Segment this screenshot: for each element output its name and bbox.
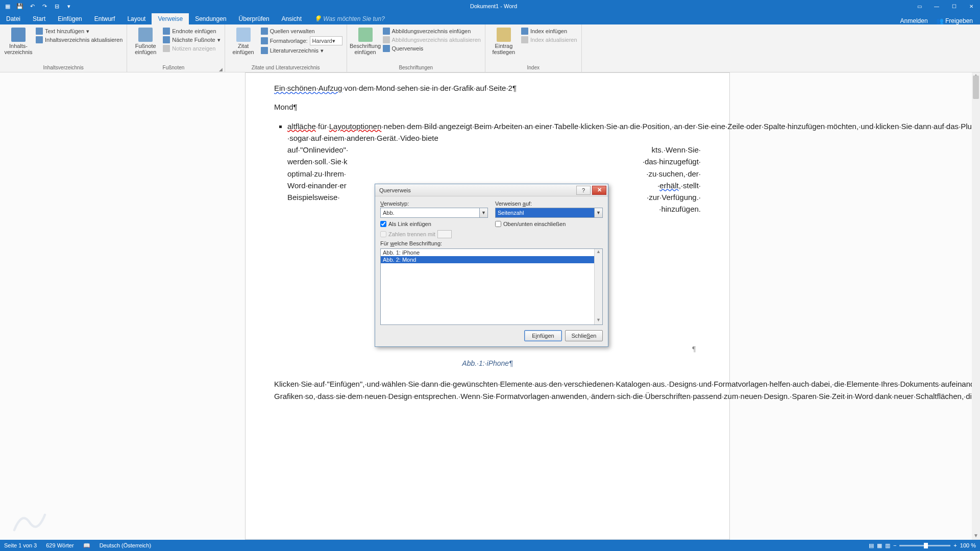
status-proofing-icon[interactable]: 📖 — [83, 542, 90, 549]
ref-to-select[interactable]: Seitenzahl ▼ — [495, 208, 603, 218]
doc-text: optimal·zu·Ihrem· — [287, 168, 346, 180]
zoom-slider[interactable] — [899, 545, 950, 546]
mark-entry-button[interactable]: Eintrag festlegen — [489, 28, 518, 55]
group-captions: Beschriftungen — [351, 64, 481, 72]
doc-text: ·hinzufügen. — [659, 205, 701, 213]
doc-text: auf·"Onlinevideo"· — [287, 144, 348, 156]
manage-sources-button[interactable]: Quellen verwalten — [261, 28, 342, 35]
insert-citation-button[interactable]: Zitat einfügen — [229, 28, 258, 55]
vertical-scrollbar[interactable]: ▲ ▼ — [972, 72, 980, 540]
scroll-thumb[interactable] — [973, 76, 979, 99]
share-label: Freigeben — [945, 17, 973, 24]
zoom-level[interactable]: 100 % — [960, 542, 976, 548]
ref-to-value: Seitenzahl — [498, 210, 524, 216]
footnote-button[interactable]: Fußnote einfügen — [131, 28, 160, 55]
zoom-in-button[interactable]: + — [953, 542, 957, 548]
insert-index-button[interactable]: Index einfügen — [521, 28, 577, 35]
scroll-down-icon[interactable]: ▼ — [972, 533, 980, 540]
close-button[interactable]: Schließen — [565, 330, 603, 341]
share-button[interactable]: 👥 Freigeben — [936, 17, 973, 24]
caption-list[interactable]: Abb. 1: iPhone Abb. 2: Mond ▲ ▼ — [380, 248, 603, 325]
dialog-close-button[interactable]: ✕ — [592, 186, 606, 195]
separate-numbers-input — [380, 231, 386, 237]
zoom-out-button[interactable]: − — [893, 542, 896, 548]
tab-datei[interactable]: Datei — [0, 13, 27, 24]
list-scrollbar[interactable]: ▲ ▼ — [594, 249, 602, 324]
tab-ansicht[interactable]: Ansicht — [276, 13, 308, 24]
toc-button[interactable]: Inhalts- verzeichnis — [4, 28, 33, 55]
scroll-up-icon[interactable]: ▲ — [595, 249, 602, 256]
insert-figures-button[interactable]: Abbildungsverzeichnis einfügen — [383, 28, 481, 35]
group-citations: Zitate und Literaturverzeichnis — [229, 64, 342, 72]
ribbon-options-icon[interactable]: ▭ — [911, 0, 928, 12]
cross-reference-button[interactable]: Querverweis — [383, 45, 481, 52]
doc-paragraph: Klicken·Sie·auf·"Einfügen",·und·wählen·S… — [274, 378, 701, 402]
caption-label: Beschriftung einfügen — [350, 43, 381, 55]
tab-verweise[interactable]: Verweise — [152, 13, 189, 24]
update-figures-label: Abbildungsverzeichnis aktualisieren — [392, 37, 481, 43]
mark-entry-label: Eintrag festlegen — [493, 43, 516, 55]
list-item[interactable]: Abb. 2: Mond — [381, 256, 602, 263]
doc-heading: Mond¶ — [274, 103, 298, 111]
show-notes-button: Notizen anzeigen — [163, 45, 220, 52]
as-link-input[interactable] — [380, 221, 386, 227]
tab-einfuegen[interactable]: Einfügen — [52, 13, 88, 24]
figure-caption: Abb.·1:·iPhone¶ — [274, 358, 701, 369]
zoom-handle[interactable] — [924, 543, 928, 548]
read-mode-icon[interactable]: ▤ — [869, 542, 874, 549]
tab-start[interactable]: Start — [27, 13, 52, 24]
status-language[interactable]: Deutsch (Österreich) — [100, 542, 151, 548]
cross-reference-label: Querverweis — [392, 45, 424, 52]
insert-button[interactable]: Einfügen — [524, 330, 562, 341]
tab-sendungen[interactable]: Sendungen — [189, 13, 232, 24]
sign-in-link[interactable]: Anmelden — [900, 17, 928, 24]
status-words[interactable]: 629 Wörter — [46, 542, 74, 548]
insert-caption-button[interactable]: Beschriftung einfügen — [351, 28, 380, 55]
qat-more-icon[interactable]: ▾ — [64, 2, 74, 11]
add-text-button[interactable]: Text hinzufügen ▾ — [36, 28, 122, 35]
group-index: Index — [489, 64, 577, 72]
save-icon[interactable]: 💾 — [15, 2, 24, 11]
footnote-icon — [138, 28, 153, 42]
print-layout-icon[interactable]: ▦ — [877, 542, 882, 549]
tab-ueberpruefen[interactable]: Überprüfen — [233, 13, 276, 24]
maximize-icon[interactable]: ☐ — [945, 0, 963, 12]
bibliography-button[interactable]: Literaturverzeichnis ▾ — [261, 47, 342, 54]
above-below-checkbox[interactable]: Oben/unten einschließen — [495, 221, 603, 227]
web-layout-icon[interactable]: ▥ — [885, 542, 890, 549]
window-title: Dokument1 - Word — [77, 3, 911, 9]
scroll-down-icon[interactable]: ▼ — [595, 317, 602, 324]
redo-icon[interactable]: ↷ — [40, 2, 49, 11]
tell-me-search[interactable]: 💡 Was möchten Sie tun? — [308, 13, 391, 24]
update-toc-button[interactable]: Inhaltsverzeichnis aktualisieren — [36, 36, 122, 43]
doc-text: ·zu·suchen,·der· — [646, 168, 701, 180]
manage-sources-label: Quellen verwalten — [270, 28, 315, 34]
tab-layout[interactable]: Layout — [121, 13, 152, 24]
watermark-icon — [9, 507, 50, 538]
group-toc: Inhaltsverzeichnis — [4, 64, 122, 72]
above-below-input[interactable] — [495, 221, 501, 227]
ref-type-select[interactable]: Abb. ▼ — [380, 208, 488, 218]
as-link-checkbox[interactable]: Als Link einfügen — [380, 221, 488, 227]
update-index-icon — [521, 36, 528, 43]
tab-entwurf[interactable]: Entwurf — [88, 13, 121, 24]
dropdown-icon[interactable]: ▼ — [479, 208, 487, 217]
for-which-label: Für welche Beschriftung: — [380, 240, 603, 246]
dropdown-icon[interactable]: ▼ — [594, 208, 602, 217]
next-footnote-button[interactable]: Nächste Fußnote ▾ — [163, 36, 220, 43]
footnotes-dialog-launcher[interactable]: ◢ — [219, 67, 223, 72]
ref-type-label: Verweistyp: — [380, 201, 488, 207]
status-page[interactable]: Seite 1 von 3 — [4, 542, 37, 548]
close-icon[interactable]: ✕ — [963, 0, 980, 12]
separator-input — [437, 230, 452, 238]
manage-sources-icon — [261, 28, 268, 35]
cross-reference-dialog: Querverweis ? ✕ Verweistyp: Abb. ▼ Als L… — [375, 184, 608, 347]
minimize-icon[interactable]: — — [928, 0, 945, 12]
endnote-button[interactable]: Endnote einfügen — [163, 28, 220, 35]
undo-icon[interactable]: ↶ — [28, 2, 37, 11]
list-item[interactable]: Abb. 1: iPhone — [381, 249, 602, 256]
citation-style-select[interactable]: Formatvorlage: Harvard ▾ — [261, 36, 342, 45]
touch-mode-icon[interactable]: ⊟ — [52, 2, 61, 11]
dialog-help-button[interactable]: ? — [576, 186, 591, 195]
mark-entry-icon — [497, 28, 511, 42]
